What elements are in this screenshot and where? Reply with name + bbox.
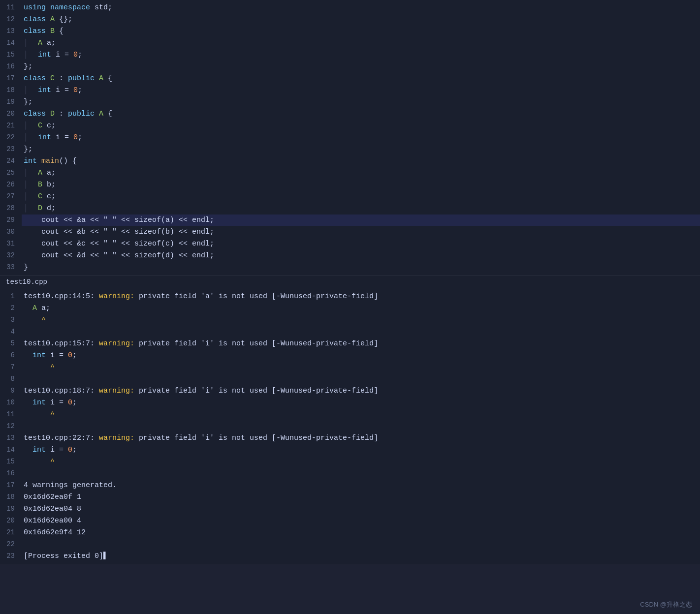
output-line-content: test10.cpp:14:5: warning: private field …: [22, 291, 700, 303]
filename-bar: test10.cpp: [0, 276, 700, 289]
output-line: 210x16d62e9f4 12: [0, 527, 700, 539]
line-content: class A {};: [22, 14, 700, 25]
code-line: 18│ int i = 0;: [0, 85, 700, 96]
line-number: 21: [0, 120, 22, 131]
code-line: 25│ A a;: [0, 167, 700, 179]
output-line-number: 10: [0, 397, 22, 408]
line-number: 25: [0, 167, 22, 179]
line-content: │ D d;: [22, 203, 700, 214]
code-line: 15│ int i = 0;: [0, 49, 700, 61]
output-line: 5test10.cpp:15:7: warning: private field…: [0, 338, 700, 350]
code-line: 28│ D d;: [0, 203, 700, 215]
line-content: │ C c;: [22, 191, 700, 202]
line-content: };: [22, 96, 700, 108]
line-content: cout << &c << " " << sizeof(c) << endl;: [22, 238, 700, 249]
code-line: 27│ C c;: [0, 191, 700, 203]
code-line: 11using namespace std;: [0, 2, 700, 14]
output-line: 15 ^: [0, 456, 700, 468]
output-line: 23[Process exited 0]▌: [0, 551, 700, 562]
output-line: 200x16d62ea00 4: [0, 515, 700, 527]
output-line-content: ^: [22, 409, 700, 421]
line-number: 26: [0, 179, 22, 190]
output-line: 14 int i = 0;: [0, 444, 700, 456]
output-line-content: [Process exited 0]▌: [22, 551, 700, 562]
code-line: 13class B {: [0, 26, 700, 37]
line-number: 13: [0, 26, 22, 37]
line-content: }: [22, 262, 700, 273]
output-line: 10 int i = 0;: [0, 397, 700, 409]
line-content: using namespace std;: [22, 2, 700, 13]
output-line-number: 6: [0, 350, 22, 361]
line-number: 22: [0, 132, 22, 143]
output-line: 2 A a;: [0, 303, 700, 314]
line-number: 14: [0, 37, 22, 49]
line-number: 23: [0, 144, 22, 155]
output-line-content: 0x16d62e9f4 12: [22, 527, 700, 539]
line-number: 19: [0, 96, 22, 108]
code-line: 16};: [0, 61, 700, 73]
output-line: 16: [0, 468, 700, 480]
line-number: 20: [0, 108, 22, 120]
output-line: 11 ^: [0, 409, 700, 421]
code-line: 26│ B b;: [0, 179, 700, 191]
output-line-content: test10.cpp:18:7: warning: private field …: [22, 385, 700, 397]
output-line: 13test10.cpp:22:7: warning: private fiel…: [0, 432, 700, 444]
line-content: };: [22, 61, 700, 72]
output-line-number: 19: [0, 503, 22, 514]
line-number: 29: [0, 215, 22, 226]
output-line-number: 12: [0, 421, 22, 431]
output-line-number: 3: [0, 314, 22, 325]
output-line-content: 0x16d62ea04 8: [22, 503, 700, 515]
output-line-number: 1: [0, 291, 22, 302]
line-number: 17: [0, 73, 22, 84]
output-line-number: 16: [0, 468, 22, 479]
output-line-number: 21: [0, 527, 22, 538]
output-section: 1test10.cpp:14:5: warning: private field…: [0, 289, 700, 564]
output-line-number: 2: [0, 303, 22, 313]
output-line: 174 warnings generated.: [0, 480, 700, 491]
output-line: 4: [0, 326, 700, 338]
code-line: 24int main() {: [0, 155, 700, 167]
output-line-content: int i = 0;: [22, 350, 700, 362]
output-line: 1test10.cpp:14:5: warning: private field…: [0, 291, 700, 303]
csdn-watermark: CSDN @升格之恋: [640, 600, 692, 609]
code-line: 17class C : public A {: [0, 73, 700, 85]
line-content: };: [22, 144, 700, 155]
line-number: 18: [0, 85, 22, 96]
output-line-number: 23: [0, 551, 22, 561]
output-line: 22: [0, 539, 700, 551]
line-number: 33: [0, 262, 22, 273]
code-line: 30 cout << &b << " " << sizeof(b) << end…: [0, 226, 700, 238]
output-line: 3 ^: [0, 314, 700, 326]
line-content: int main() {: [22, 155, 700, 167]
output-line: 7 ^: [0, 362, 700, 373]
output-line-number: 9: [0, 385, 22, 396]
line-number: 27: [0, 191, 22, 202]
output-line: 12: [0, 421, 700, 432]
code-line: 20class D : public A {: [0, 108, 700, 120]
code-line: 32 cout << &d << " " << sizeof(d) << end…: [0, 250, 700, 262]
output-line-content: ^: [22, 362, 700, 373]
output-line-number: 20: [0, 515, 22, 526]
code-line: 19};: [0, 96, 700, 108]
output-line: 180x16d62ea0f 1: [0, 491, 700, 503]
line-content: │ A a;: [22, 167, 700, 179]
line-content: class C : public A {: [22, 73, 700, 84]
code-line: 29 cout << &a << " " << sizeof(a) << end…: [0, 215, 700, 226]
line-content: class B {: [22, 26, 700, 37]
output-line-content: ^: [22, 314, 700, 326]
output-section-wrapper: test10.cpp 1test10.cpp:14:5: warning: pr…: [0, 276, 700, 564]
line-content: class D : public A {: [22, 108, 700, 120]
line-content: cout << &d << " " << sizeof(d) << endl;: [22, 250, 700, 261]
output-line: 9test10.cpp:18:7: warning: private field…: [0, 385, 700, 397]
line-content: │ C c;: [22, 120, 700, 131]
line-number: 12: [0, 14, 22, 25]
line-content: │ A a;: [22, 37, 700, 49]
output-line: 6 int i = 0;: [0, 350, 700, 362]
output-line-number: 5: [0, 338, 22, 349]
line-number: 28: [0, 203, 22, 214]
output-line-number: 14: [0, 444, 22, 455]
line-number: 32: [0, 250, 22, 261]
output-line: 8: [0, 373, 700, 385]
output-line-number: 13: [0, 432, 22, 443]
